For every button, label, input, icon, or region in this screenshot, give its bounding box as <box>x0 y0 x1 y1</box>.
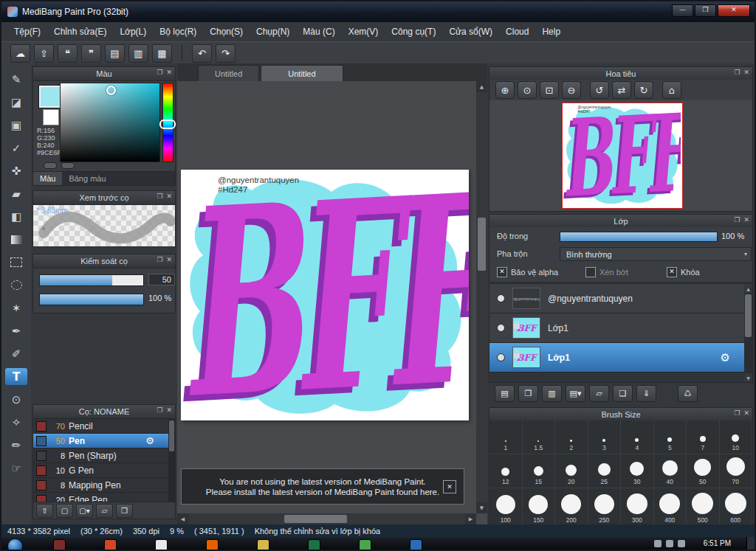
hand-tool[interactable]: ☞ <box>5 460 27 477</box>
brush-size-option[interactable]: 300 <box>621 488 654 524</box>
visibility-toggle-icon[interactable] <box>497 353 505 361</box>
brush-size-option[interactable]: 150 <box>523 488 556 524</box>
brush-size-option[interactable]: 40 <box>654 454 687 488</box>
taskbar-app-icon[interactable] <box>104 539 117 551</box>
menu-cloud[interactable]: Cloud <box>499 22 535 41</box>
brush-size-option[interactable]: 50 <box>687 454 720 488</box>
flip-horizontal-icon[interactable]: ⇄ <box>612 81 631 99</box>
close-icon[interactable]: ✕ <box>166 406 172 414</box>
cloud-icon[interactable]: ☁ <box>10 44 30 63</box>
brush-menu-button[interactable]: ▢▾ <box>76 504 93 518</box>
checkbox-box[interactable]: ✕ <box>497 267 507 277</box>
menu-color[interactable]: Màu (C) <box>296 22 341 41</box>
brush-size-option[interactable]: 200 <box>555 488 588 524</box>
close-icon[interactable]: ✕ <box>166 69 172 76</box>
brush-folder-button[interactable]: ▱ <box>96 504 113 518</box>
brush-size-option[interactable]: 2 <box>555 420 588 454</box>
zoom-tool[interactable]: ⊙ <box>5 391 27 408</box>
brush-size-option[interactable]: 500 <box>687 488 720 524</box>
brush-size-option[interactable]: 5 <box>654 420 687 454</box>
vertical-scroll-thumb[interactable] <box>478 218 486 271</box>
zoom-in-icon[interactable]: ⊕ <box>495 81 515 99</box>
taskbar-app-icon[interactable] <box>206 539 219 551</box>
new-layer-button[interactable]: ▤ <box>495 385 515 402</box>
maximize-button[interactable]: ❐ <box>695 4 716 17</box>
canvas-list-icon[interactable]: ▥ <box>128 44 148 63</box>
tab-color[interactable]: Màu <box>33 172 62 185</box>
text-tool[interactable]: T <box>5 368 27 385</box>
taskbar-app-icon[interactable] <box>155 539 168 551</box>
detach-icon[interactable]: ❐ <box>734 409 740 417</box>
new-canvas-icon[interactable]: ▤ <box>105 44 125 63</box>
gradient-tool[interactable] <box>5 231 27 248</box>
move-tool[interactable]: ✜ <box>5 162 27 179</box>
brush-size-slider[interactable] <box>39 274 144 286</box>
tab-palette[interactable]: Bảng màu <box>62 172 112 185</box>
menu-select[interactable]: Chọn(S) <box>203 22 250 41</box>
layer-row-lop1-b-selected[interactable]: BFF Lớp1 ⚙ <box>489 343 752 372</box>
menu-file[interactable]: Tệp(F) <box>7 22 47 41</box>
brush-size-option[interactable]: 3 <box>588 420 622 454</box>
brush-opacity-slider[interactable] <box>39 294 144 305</box>
layer-settings-gear-icon[interactable]: ⚙ <box>721 351 730 364</box>
brush-size-option[interactable]: 7 <box>687 420 720 454</box>
rotate-right-icon[interactable]: ↻ <box>634 81 653 99</box>
blend-mode-dropdown[interactable]: Bình thường ▾ <box>560 247 752 261</box>
select-eraser-tool[interactable]: ✐ <box>5 345 27 362</box>
visibility-toggle-icon[interactable] <box>497 324 505 332</box>
brush-size-value[interactable]: 50 <box>148 274 175 285</box>
show-desktop-button[interactable] <box>746 537 756 551</box>
taskbar-clock[interactable]: 6:51 PM <box>704 539 731 547</box>
scroll-down-arrow[interactable]: ▼ <box>476 502 487 513</box>
color-mode-button[interactable] <box>44 162 57 169</box>
brush-up-button[interactable]: ⇧ <box>36 504 53 518</box>
taskbar-app-icon[interactable] <box>359 539 371 551</box>
reset-view-icon[interactable]: ⌂ <box>662 81 681 99</box>
brush-item-pen-sharp[interactable]: 8 Pen (Sharp) <box>33 448 175 463</box>
brush-size-option[interactable]: 600 <box>720 488 753 524</box>
protect-alpha-checkbox[interactable]: ✕ Bảo vệ alpha <box>497 267 558 277</box>
fit-screen-icon[interactable]: ⊡ <box>540 81 559 99</box>
detach-icon[interactable]: ❐ <box>157 193 162 200</box>
color-swap-button[interactable] <box>61 162 75 169</box>
select-pen-tool[interactable]: ✒ <box>5 322 27 339</box>
zoom-reset-icon[interactable]: ⊙ <box>518 81 537 99</box>
brush-size-panel-header[interactable]: Brush Size ❐✕ <box>489 407 753 422</box>
menu-window[interactable]: Cửa sổ(W) <box>442 22 499 41</box>
brush-item-pen[interactable]: 50 Pen ⚙ <box>33 434 175 448</box>
brush-size-option[interactable]: 25 <box>588 454 622 488</box>
messages-icon[interactable]: ❞ <box>81 44 101 63</box>
scroll-right-arrow[interactable]: ▶ <box>465 513 476 524</box>
close-icon[interactable]: ✕ <box>743 69 749 76</box>
new-folder-button[interactable]: ▱ <box>589 385 609 402</box>
lasso-tool[interactable] <box>5 277 27 294</box>
sv-cursor[interactable] <box>106 86 116 95</box>
close-icon[interactable]: ✕ <box>743 216 749 223</box>
close-icon[interactable]: ✕ <box>166 256 172 263</box>
brush-size-option[interactable]: 400 <box>654 488 687 524</box>
brush-item-g-pen[interactable]: 10 G Pen <box>33 463 175 478</box>
select-rect-tool[interactable] <box>5 254 27 271</box>
layer-row-handle[interactable]: @nguyentrantuquyen @nguyentrantuquyen <box>489 284 752 313</box>
copy-layer-button[interactable]: ❏ <box>613 385 633 402</box>
duplicate-layer-button[interactable]: ❐ <box>518 385 538 402</box>
brush-size-option[interactable]: 4 <box>621 420 654 454</box>
brush-size-option[interactable]: 100 <box>489 488 523 524</box>
lock-checkbox[interactable]: ✕ Khóa <box>667 267 700 277</box>
taskbar-app-icon[interactable] <box>53 539 66 551</box>
tray-icon[interactable] <box>666 540 673 547</box>
brush-size-option[interactable]: 15 <box>523 454 556 488</box>
scroll-up-arrow[interactable]: ▲ <box>744 284 752 293</box>
layer-panel-header[interactable]: Lớp ❐✕ <box>489 214 753 229</box>
brush-item-pencil[interactable]: 70 Pencil <box>33 419 175 434</box>
visibility-toggle-icon[interactable] <box>497 294 505 302</box>
zoom-out-icon[interactable]: ⊖ <box>562 81 581 99</box>
delete-layer-button[interactable]: ♺ <box>678 385 698 402</box>
stamp-tool[interactable]: ▣ <box>5 117 27 134</box>
menu-capture[interactable]: Chụp(N) <box>250 22 296 41</box>
brush-list-scrollbar[interactable] <box>168 419 175 502</box>
detach-icon[interactable]: ❐ <box>734 216 740 223</box>
grid-icon[interactable]: ▦ <box>152 44 172 63</box>
horizontal-scroll-thumb[interactable] <box>284 515 347 523</box>
menu-help[interactable]: Help <box>535 22 567 41</box>
